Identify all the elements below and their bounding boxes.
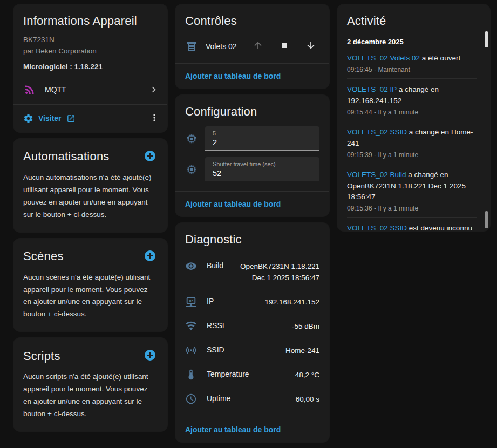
scenes-empty-text: Aucun scènes n'a été ajouté(e) utilisant… (13, 270, 167, 332)
device-meta: BK7231N par Beken Corporation Micrologic… (13, 33, 167, 73)
automations-card: Automatisations Aucun automatisations n'… (13, 139, 167, 232)
log-entity-link[interactable]: VOLETS_02 SSID (347, 128, 407, 136)
log-text: VOLETS_02 IP a changé en 192.168.241.152 (347, 84, 477, 107)
device-manufacturer: par Beken Corporation (23, 46, 158, 57)
add-script-button[interactable] (142, 348, 158, 364)
stop-cover-button[interactable] (278, 39, 291, 53)
scenes-title: Scènes (23, 249, 64, 263)
log-time: 09:15:44 - Il y a 1 minute (347, 108, 477, 116)
clock-icon (185, 393, 197, 405)
log-entity-link[interactable]: VOLETS_02 SSID (347, 224, 407, 231)
controls-add-to-dashboard-link[interactable]: Ajouter au tableau de bord (185, 72, 281, 80)
diagnostic-title: Diagnostic (185, 233, 242, 247)
diag-label: SSID (207, 344, 276, 354)
configuration-add-to-dashboard-link[interactable]: Ajouter au tableau de bord (185, 200, 281, 208)
log-time: 09:16:45 - Maintenant (347, 66, 477, 73)
controls-title: Contrôles (185, 14, 237, 28)
wifi-icon (185, 320, 197, 332)
visit-device-button[interactable]: Visiter (23, 113, 76, 124)
access-point-icon (185, 344, 197, 356)
add-scene-button[interactable] (142, 248, 158, 265)
mqtt-integration-row[interactable]: MQTT (13, 75, 167, 104)
log-item[interactable]: VOLETS_02 SSID a changé en Home-241 09:1… (347, 121, 477, 164)
diag-value: 48,2 °C (295, 369, 319, 381)
left-column: Informations Appareil BK7231N par Beken … (13, 4, 167, 431)
cover-entity-name[interactable]: Volets 02 (206, 42, 244, 51)
eye-icon (185, 260, 197, 272)
device-info-card: Informations Appareil BK7231N par Beken … (13, 4, 167, 132)
device-info-title: Informations Appareil (23, 14, 137, 28)
scripts-title: Scripts (23, 349, 60, 363)
log-item[interactable]: VOLETS_02 Volets 02 a été ouvert 09:16:4… (347, 47, 477, 79)
cover-entity-row: Volets 02 (175, 33, 329, 63)
chevron-right-icon (148, 84, 160, 96)
diag-value: -55 dBm (292, 320, 319, 332)
controls-card: Contrôles Volets 02 (175, 4, 329, 89)
scenes-card: Scènes Aucun scènes n'a été ajouté(e) ut… (13, 239, 167, 332)
log-entity-link[interactable]: VOLETS_02 Volets 02 (347, 54, 420, 62)
plus-circle-icon (144, 249, 156, 262)
config-number-field-2[interactable]: Shutter travel time (sec) 52 (205, 157, 319, 181)
open-cover-button[interactable] (251, 39, 264, 53)
device-firmware: Micrologiciel : 1.18.221 (23, 63, 158, 71)
diagnostic-row-build[interactable]: Build OpenBK7231N 1.18.221 Dec 1 2025 18… (175, 254, 329, 290)
controls-header: Contrôles (175, 4, 329, 33)
log-event-text: est devenu inconnu (407, 224, 472, 231)
cover-buttons (251, 39, 317, 53)
svg-text:IP: IP (189, 298, 193, 303)
diag-value: OpenBK7231N 1.18.221 Dec 1 2025 18:56:47 (240, 260, 319, 284)
chip-icon (185, 132, 198, 145)
stop-icon (279, 40, 290, 51)
device-actions: Visiter (13, 104, 167, 132)
device-page: Informations Appareil BK7231N par Beken … (0, 0, 497, 446)
diagnostic-row-temperature[interactable]: Temperature 48,2 °C (175, 363, 329, 387)
open-in-new-icon (66, 114, 76, 123)
device-menu-button[interactable] (147, 110, 162, 127)
configuration-title: Configuration (185, 105, 257, 119)
config-field-row: 5 2 (185, 126, 319, 151)
log-event-text: a été ouvert (420, 54, 460, 62)
ip-network-icon: IP (185, 296, 197, 308)
automations-title: Automatisations (23, 150, 110, 164)
log-item[interactable]: VOLETS_02 IP a changé en 192.168.241.152… (347, 79, 477, 121)
right-column: Activité 2 décembre 2025 VOLETS_02 Volet… (337, 4, 490, 231)
diagnostic-row-ssid[interactable]: SSID Home-241 (175, 338, 329, 363)
log-entity-link[interactable]: VOLETS_02 Build (347, 171, 406, 179)
activity-log: 2 décembre 2025 VOLETS_02 Volets 02 a ét… (337, 38, 490, 231)
diagnostic-row-uptime[interactable]: Uptime 60,00 s (175, 387, 329, 411)
close-cover-button[interactable] (304, 39, 317, 53)
config-number-field-1[interactable]: 5 2 (205, 126, 319, 151)
log-time: 09:15:36 - Il y a 1 minute (347, 205, 477, 212)
diagnostic-row-ip[interactable]: IP IP 192.168.241.152 (175, 290, 329, 314)
arrow-down-icon (305, 40, 316, 51)
activity-scrollbar-thumb[interactable] (485, 31, 488, 47)
plus-circle-icon (144, 349, 156, 362)
chip-icon (185, 163, 198, 176)
automations-header: Automatisations (13, 139, 167, 171)
gear-icon (23, 113, 33, 124)
diagnostic-row-rssi[interactable]: RSSI -55 dBm (175, 314, 329, 338)
automations-empty-text: Aucun automatisations n'a été ajouté(e) … (13, 171, 167, 232)
configuration-footer: Ajouter au tableau de bord (175, 191, 329, 216)
diag-label: Uptime (207, 393, 286, 403)
scenes-header: Scènes (13, 239, 167, 270)
diag-value: Home-241 (285, 344, 319, 357)
field-value: 2 (213, 138, 312, 147)
log-item[interactable]: VOLETS_02 Build a changé en OpenBK7231N … (347, 164, 477, 218)
diagnostic-add-to-dashboard-link[interactable]: Ajouter au tableau de bord (185, 425, 281, 434)
diagnostic-header: Diagnostic (175, 223, 329, 252)
diagnostic-card: Diagnostic Build OpenBK7231N 1.18.221 De… (175, 223, 329, 442)
mqtt-label: MQTT (45, 85, 139, 94)
activity-scrollbar-thumb-secondary[interactable] (485, 211, 488, 228)
add-automation-button[interactable] (142, 148, 158, 165)
diagnostic-body: Build OpenBK7231N 1.18.221 Dec 1 2025 18… (175, 252, 329, 416)
diag-label: Temperature (207, 369, 285, 378)
diag-label: RSSI (207, 320, 282, 330)
controls-footer: Ajouter au tableau de bord (175, 63, 329, 89)
log-entity-link[interactable]: VOLETS_02 IP (347, 85, 397, 93)
diag-label: IP (207, 296, 255, 306)
configuration-header: Configuration (175, 95, 329, 124)
log-item[interactable]: VOLETS_02 SSID est devenu inconnu 09:15:… (347, 218, 477, 231)
diag-value: 192.168.241.152 (265, 296, 319, 308)
scripts-card: Scripts Aucun scripts n'a été ajouté(e) … (13, 338, 167, 431)
